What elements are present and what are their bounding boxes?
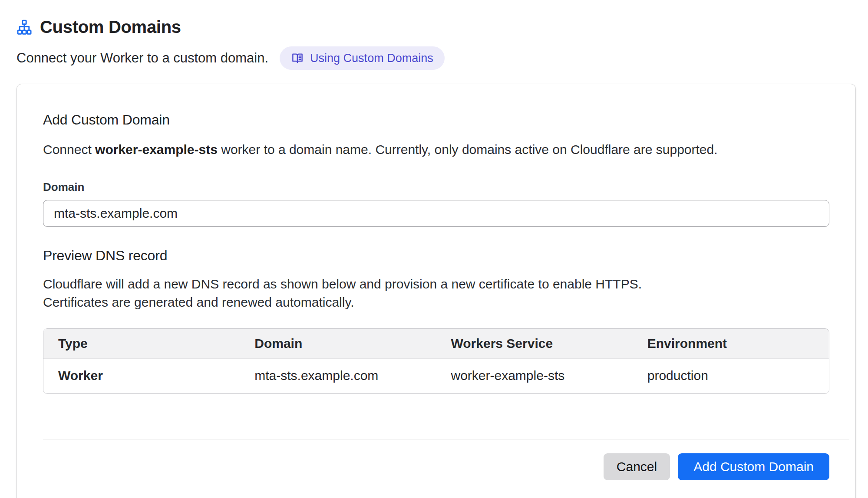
preview-dns-heading: Preview DNS record: [43, 248, 829, 264]
page-title: Custom Domains: [40, 17, 181, 37]
cell-type: Worker: [43, 358, 240, 393]
cell-environment: production: [633, 358, 829, 393]
cell-domain: mta-sts.example.com: [240, 358, 436, 393]
domain-input[interactable]: [43, 200, 829, 227]
description-prefix: Connect: [43, 142, 95, 157]
page-subtitle: Connect your Worker to a custom domain.: [17, 50, 268, 66]
column-header-type: Type: [43, 329, 240, 359]
domain-field-label: Domain: [43, 180, 829, 194]
worker-name: worker-example-sts: [95, 142, 218, 157]
preview-dns-description: Cloudflare will add a new DNS record as …: [43, 275, 694, 312]
column-header-workers-service: Workers Service: [436, 329, 633, 359]
column-header-environment: Environment: [633, 329, 829, 359]
docs-badge-link[interactable]: Using Custom Domains: [280, 46, 445, 70]
page-subtitle-row: Connect your Worker to a custom domain. …: [17, 46, 851, 70]
open-book-icon: [291, 52, 304, 65]
footer-actions: Cancel Add Custom Domain: [43, 453, 829, 480]
docs-badge-label: Using Custom Domains: [310, 52, 433, 65]
custom-domains-page: Custom Domains Connect your Worker to a …: [0, 0, 868, 498]
table-row: Worker mta-sts.example.com worker-exampl…: [43, 358, 829, 393]
page-header: Custom Domains: [17, 17, 851, 37]
card-description: Connect worker-example-sts worker to a d…: [43, 141, 829, 159]
description-suffix: worker to a domain name. Currently, only…: [218, 142, 718, 157]
column-header-domain: Domain: [240, 329, 436, 359]
add-custom-domain-button[interactable]: Add Custom Domain: [678, 453, 829, 480]
add-custom-domain-card: Add Custom Domain Connect worker-example…: [17, 84, 856, 498]
cancel-button[interactable]: Cancel: [604, 453, 670, 480]
footer-divider: [43, 439, 849, 439]
sitemap-icon: [17, 20, 32, 35]
dns-preview-table: Type Domain Workers Service Environment …: [43, 328, 829, 394]
cell-workers-service: worker-example-sts: [436, 358, 633, 393]
table-header-row: Type Domain Workers Service Environment: [43, 329, 829, 359]
card-heading: Add Custom Domain: [43, 112, 829, 128]
